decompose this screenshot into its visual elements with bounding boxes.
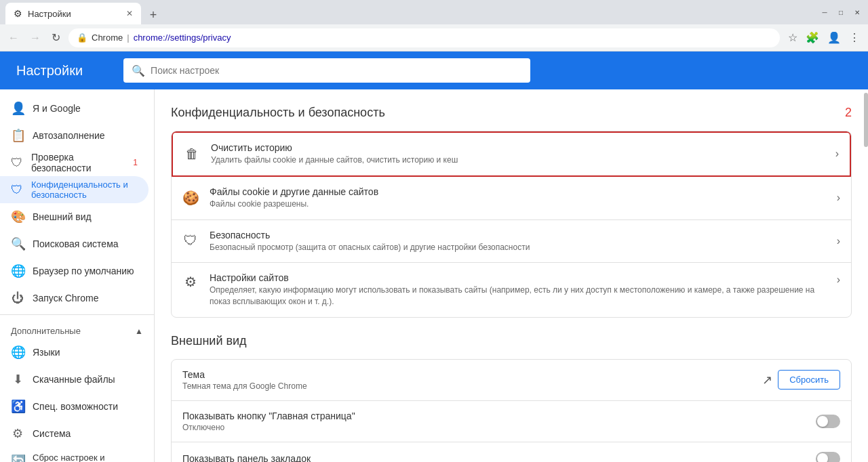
- theme-subtitle: Темная тема для Google Chrome: [182, 381, 751, 391]
- site-settings-item[interactable]: ⚙ Настройки сайтов Определяет, какую инф…: [172, 263, 851, 317]
- cookies-arrow: ›: [837, 192, 840, 204]
- cookies-title: Файлы cookie и другие данные сайтов: [210, 186, 826, 197]
- address-bar: ← → ↻ 🔒 Chrome | chrome://settings/priva…: [0, 24, 868, 51]
- site-settings-arrow: ›: [837, 274, 840, 286]
- bookmarks-toggle-row: Показывать панель закладок: [172, 442, 851, 462]
- appearance-title-text: Внешний вид: [171, 334, 247, 348]
- clear-history-item[interactable]: 🗑 Очистить историю Удалить файлы cookie …: [172, 131, 851, 177]
- search-box[interactable]: 🔍: [123, 58, 530, 83]
- search-icon: 🔍: [132, 64, 145, 77]
- external-link-icon[interactable]: ↗: [762, 373, 772, 387]
- close-button[interactable]: ✕: [852, 7, 863, 18]
- sidebar-item-search-engine[interactable]: 🔍 Поисковая система: [0, 230, 149, 257]
- sidebar-label-privacy: Конфиденциальность и безопасность: [31, 180, 138, 200]
- maximize-button[interactable]: □: [835, 7, 846, 18]
- active-tab[interactable]: ⚙ Настройки ✕: [5, 3, 141, 24]
- clear-history-subtitle: Удалить файлы cookie и данные сайтов, оч…: [211, 154, 825, 166]
- toolbar: ☆ 🧩 👤 ⋮: [785, 28, 863, 47]
- menu-icon[interactable]: ⋮: [846, 28, 863, 47]
- privacy-card: 🗑 Очистить историю Удалить файлы cookie …: [171, 131, 852, 318]
- security-subtitle: Безопасный просмотр (защита от опасных с…: [210, 242, 826, 253]
- address-site: Chrome: [92, 33, 123, 43]
- title-bar: ⚙ Настройки ✕ + ─ □ ✕: [0, 0, 868, 24]
- reset-theme-button[interactable]: Сбросить: [778, 370, 840, 390]
- address-lock-icon: 🔒: [77, 33, 87, 43]
- search-input[interactable]: [151, 65, 522, 76]
- sidebar-label-startup: Запуск Chrome: [33, 293, 98, 303]
- cookies-icon: 🍪: [182, 190, 199, 206]
- address-input[interactable]: 🔒 Chrome | chrome://settings/privacy: [68, 28, 780, 47]
- sidebar: 👤 Я и Google 📋 Автозаполнение 🛡 Проверка…: [0, 89, 155, 462]
- sidebar-item-security-check[interactable]: 🛡 Проверка безопасности 1: [0, 149, 149, 176]
- security-badge: 1: [133, 158, 138, 167]
- cookies-subtitle: Файлы cookie разрешены.: [210, 198, 826, 210]
- profile-icon[interactable]: 👤: [825, 28, 844, 47]
- sidebar-divider: [0, 314, 154, 315]
- homepage-toggle-subtitle: Отключено: [182, 423, 805, 432]
- autofill-icon: 📋: [11, 128, 24, 143]
- sidebar-label-security-check: Проверка безопасности: [31, 152, 122, 173]
- bookmarks-toggle[interactable]: [816, 452, 840, 462]
- system-icon: ⚙: [11, 426, 24, 441]
- sidebar-item-appearance[interactable]: 🎨 Внешний вид: [0, 203, 149, 230]
- tab-settings-icon: ⚙: [14, 8, 22, 19]
- site-settings-title: Настройки сайтов: [210, 272, 826, 283]
- back-button[interactable]: ←: [5, 29, 22, 47]
- reset-icon: 🔄: [11, 454, 24, 462]
- settings-title: Настройки: [16, 63, 83, 79]
- privacy-icon: 🛡: [11, 183, 23, 197]
- window-controls: ─ □ ✕: [819, 7, 863, 18]
- cookies-item[interactable]: 🍪 Файлы cookie и другие данные сайтов Фа…: [172, 177, 851, 220]
- advanced-label-text: Дополнительные: [11, 326, 81, 336]
- refresh-button[interactable]: ↻: [49, 28, 63, 47]
- new-tab-button[interactable]: +: [144, 5, 163, 24]
- security-shield-icon: 🛡: [182, 233, 199, 249]
- sidebar-label-default-browser: Браузер по умолчанию: [33, 266, 134, 276]
- sidebar-label-languages: Языки: [33, 347, 60, 358]
- sidebar-item-privacy[interactable]: 🛡 Конфиденциальность и безопасность: [0, 176, 149, 203]
- site-settings-text: Настройки сайтов Определяет, какую инфор…: [210, 272, 826, 308]
- chevron-up-icon[interactable]: ▲: [135, 327, 143, 336]
- sidebar-item-autofill[interactable]: 📋 Автозаполнение: [0, 122, 149, 149]
- privacy-badge: 2: [845, 106, 852, 120]
- theme-title: Тема: [182, 369, 751, 380]
- sidebar-item-reset[interactable]: 🔄 Сброс настроек и удаление вредоносного: [0, 447, 149, 462]
- accessibility-icon: ♿: [11, 399, 24, 414]
- extensions-icon[interactable]: 🧩: [803, 28, 822, 47]
- security-text: Безопасность Безопасный просмотр (защита…: [210, 230, 826, 253]
- sidebar-item-accessibility[interactable]: ♿ Спец. возможности: [0, 393, 149, 420]
- sidebar-label-system: Система: [33, 428, 71, 439]
- homepage-toggle[interactable]: [816, 415, 840, 428]
- forward-button[interactable]: →: [27, 29, 43, 47]
- scrollbar[interactable]: [864, 89, 868, 462]
- bookmark-icon[interactable]: ☆: [785, 28, 800, 47]
- security-item[interactable]: 🛡 Безопасность Безопасный просмотр (защи…: [172, 220, 851, 264]
- tab-close-button[interactable]: ✕: [126, 9, 133, 18]
- advanced-section-label: Дополнительные ▲: [0, 318, 154, 339]
- sidebar-item-startup[interactable]: ⏻ Запуск Chrome: [0, 285, 149, 312]
- appearance-icon: 🎨: [11, 209, 24, 224]
- sidebar-label-accessibility: Спец. возможности: [33, 401, 118, 412]
- privacy-title-text: Конфиденциальность и безопасность: [171, 106, 385, 120]
- browser-icon: 🌐: [11, 264, 24, 278]
- sidebar-label-reset: Сброс настроек и удаление вредоносного: [33, 453, 138, 462]
- languages-icon: 🌐: [11, 345, 24, 360]
- site-settings-icon: ⚙: [182, 274, 199, 290]
- homepage-toggle-text: Показывать кнопку "Главная страница" Отк…: [182, 411, 805, 432]
- bookmarks-toggle-text: Показывать панель закладок: [182, 453, 805, 462]
- homepage-toggle-row: Показывать кнопку "Главная страница" Отк…: [172, 401, 851, 442]
- appearance-card: Тема Темная тема для Google Chrome ↗ Сбр…: [171, 359, 852, 462]
- security-arrow: ›: [837, 235, 840, 247]
- downloads-icon: ⬇: [11, 372, 24, 387]
- minimize-button[interactable]: ─: [819, 7, 830, 18]
- main-content: Конфиденциальность и безопасность 2 🗑 Оч…: [155, 89, 868, 462]
- sidebar-item-system[interactable]: ⚙ Система: [0, 420, 149, 447]
- sidebar-item-default-browser[interactable]: 🌐 Браузер по умолчанию: [0, 257, 149, 285]
- theme-row: Тема Темная тема для Google Chrome ↗ Сбр…: [172, 360, 851, 401]
- scrollbar-thumb: [864, 93, 868, 147]
- sidebar-item-downloads[interactable]: ⬇ Скачанные файлы: [0, 366, 149, 393]
- sidebar-item-me-google[interactable]: 👤 Я и Google: [0, 95, 149, 122]
- startup-icon: ⏻: [11, 291, 24, 306]
- sidebar-item-languages[interactable]: 🌐 Языки: [0, 339, 149, 366]
- site-settings-subtitle: Определяет, какую информацию могут испол…: [210, 285, 826, 308]
